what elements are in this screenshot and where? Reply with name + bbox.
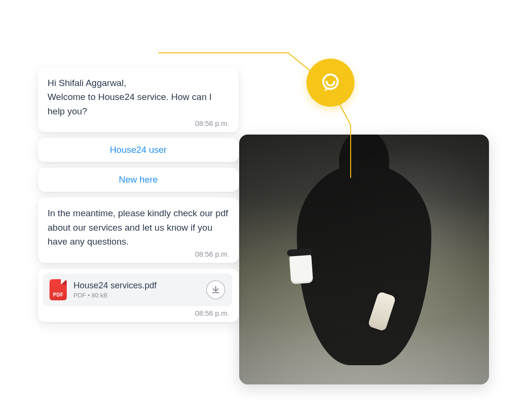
- chat-message-time: 08:56 p.m.: [48, 250, 229, 258]
- quick-reply-house24-user[interactable]: House24 user: [38, 138, 239, 162]
- chat-bubble-smile-icon: [319, 71, 342, 94]
- chat-badge: [306, 59, 354, 107]
- phone: [367, 291, 396, 332]
- pdf-icon: PDF: [49, 279, 67, 300]
- quick-reply-new-here[interactable]: New here: [38, 168, 239, 192]
- attachment-row[interactable]: PDF House24 services.pdf PDF • 80 kB: [43, 273, 232, 306]
- download-icon: [211, 285, 220, 294]
- coffee-cup: [289, 254, 313, 284]
- chat-message: Hi Shifali Aggarwal, Welcome to House24 …: [38, 67, 239, 132]
- hero-photo: [239, 135, 489, 384]
- svg-point-0: [323, 74, 338, 89]
- chat-column: Hi Shifali Aggarwal, Welcome to House24 …: [38, 67, 239, 322]
- stage: Hi Shifali Aggarwal, Welcome to House24 …: [0, 0, 513, 420]
- chat-message-text: Hi Shifali Aggarwal, Welcome to House24 …: [48, 76, 229, 118]
- attachment-card: PDF House24 services.pdf PDF • 80 kB 08:…: [38, 269, 239, 322]
- chat-message-time: 08:56 p.m.: [48, 119, 229, 127]
- attachment-filename: House24 services.pdf: [73, 281, 199, 291]
- attachment-meta: House24 services.pdf PDF • 80 kB: [73, 281, 199, 299]
- attachment-subtext: PDF • 80 kB: [73, 292, 199, 299]
- person-silhouette: [297, 163, 431, 365]
- download-button[interactable]: [206, 280, 225, 299]
- attachment-time: 08:56 p.m.: [43, 309, 232, 317]
- chat-message: In the meantime, please kindly check our…: [38, 198, 239, 262]
- chat-message-text: In the meantime, please kindly check our…: [48, 206, 229, 248]
